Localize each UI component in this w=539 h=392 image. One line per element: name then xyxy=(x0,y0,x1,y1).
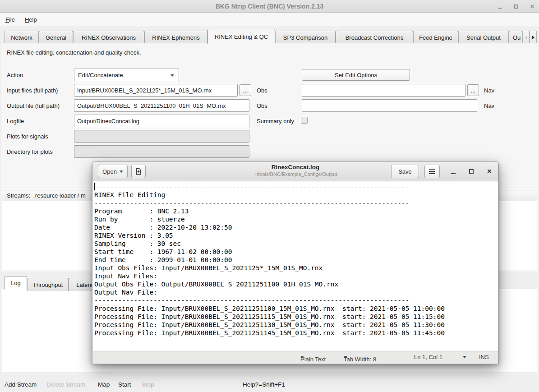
plots-for-signals-field xyxy=(74,130,249,143)
close-icon[interactable]: × xyxy=(529,3,535,9)
directory-for-plots-label: Directory for plots xyxy=(7,148,53,155)
editor-status-bar: Plain Text Tab Width: 8 Ln 1, Col 1 INS xyxy=(93,351,498,363)
stop-button[interactable]: Stop xyxy=(142,381,154,388)
input-nav-label: Nav xyxy=(484,87,494,94)
bnc-application-window: BKG Ntrip Client (BNC) Version 2.13 × Fi… xyxy=(0,0,539,392)
maximize-icon[interactable] xyxy=(513,3,519,9)
new-document-icon xyxy=(135,168,142,175)
input-files-label: Input files (full path) xyxy=(7,87,58,94)
set-edit-options-button[interactable]: Set Edit Options xyxy=(302,69,410,81)
help-shortcut-label: Help?=Shift+F1 xyxy=(243,381,285,388)
action-label: Action xyxy=(7,72,23,78)
output-obs-label: Obs xyxy=(257,102,267,109)
editor-header-bar: Open RinexConcat.log ~/tools/BNC/Example… xyxy=(92,161,498,181)
open-button[interactable]: Open xyxy=(98,165,128,178)
editor-maximize-icon[interactable] xyxy=(465,165,478,178)
input-files-field[interactable]: Input/BRUX00BEL_S_2021125*_15M_01S_MO.rn… xyxy=(74,84,238,97)
chevron-down-icon xyxy=(170,74,174,77)
window-title: BKG Ntrip Client (BNC) Version 2.13 xyxy=(216,3,324,10)
tab-sp3-comparison[interactable]: SP3 Comparison xyxy=(275,31,336,44)
tab-rinex-ephemeris[interactable]: RINEX Ephemeris xyxy=(144,31,207,44)
logfile-field[interactable]: Output/RinexConcat.log xyxy=(74,115,249,127)
panel-description: RINEX file editing, concatenation and qu… xyxy=(7,49,141,56)
input-nav-browse-button[interactable]: ... xyxy=(467,84,479,96)
tab-broadcast-corrections[interactable]: Broadcast Corrections xyxy=(336,31,413,44)
menu-file[interactable]: File xyxy=(4,15,17,24)
tab-scroll-right-icon[interactable] xyxy=(530,31,537,44)
action-dropdown[interactable]: Edit/Concatenate xyxy=(74,69,179,81)
editor-document-path: ~/tools/BNC/Example_Configs/Output xyxy=(228,171,363,177)
save-button[interactable]: Save xyxy=(391,165,419,178)
summary-only-checkbox[interactable] xyxy=(301,117,308,124)
input-files-browse-button[interactable]: ... xyxy=(240,84,251,96)
text-cursor xyxy=(94,183,95,190)
title-bar: BKG Ntrip Client (BNC) Version 2.13 × xyxy=(0,0,539,13)
main-tab-bar: Network General RINEX Observations RINEX… xyxy=(0,28,539,43)
tab-serial-output[interactable]: Serial Output xyxy=(458,31,509,44)
action-value: Edit/Concatenate xyxy=(78,72,123,78)
minimize-icon[interactable] xyxy=(497,3,503,9)
editor-close-icon[interactable]: × xyxy=(483,165,496,178)
cursor-position-label: Ln 1, Col 1 xyxy=(414,354,442,360)
output-file-label: Output file (full path) xyxy=(7,102,60,109)
menu-help[interactable]: Help xyxy=(23,15,39,24)
map-button[interactable]: Map xyxy=(98,381,110,388)
new-document-button[interactable] xyxy=(131,165,146,178)
tab-feed-engine[interactable]: Feed Engine xyxy=(413,31,458,44)
tab-throughput[interactable]: Throughput xyxy=(27,278,69,291)
tab-log[interactable]: Log xyxy=(5,276,27,290)
menu-bar: File Help xyxy=(0,13,539,26)
editor-minimize-icon[interactable] xyxy=(447,165,460,178)
summary-only-label: Summary only xyxy=(257,118,294,125)
directory-for-plots-field xyxy=(74,145,249,158)
delete-stream-button[interactable]: Delete Stream xyxy=(46,381,85,388)
chevron-down-icon xyxy=(120,171,123,173)
output-nav-label: Nav xyxy=(484,102,494,109)
tab-outages-truncated[interactable]: Ou xyxy=(509,31,522,44)
output-nav-file-field[interactable] xyxy=(302,99,477,112)
hamburger-menu-button[interactable] xyxy=(424,165,440,178)
hamburger-icon xyxy=(429,169,435,174)
editor-document-title: RinexConcat.log xyxy=(228,164,363,171)
tab-network[interactable]: Network xyxy=(5,31,39,44)
tab-scroll-left-icon[interactable] xyxy=(522,31,530,44)
tab-general[interactable]: General xyxy=(39,31,73,44)
text-editor-window: Open RinexConcat.log ~/tools/BNC/Example… xyxy=(92,161,499,364)
insert-mode-label: INS xyxy=(479,354,489,360)
start-button[interactable]: Start xyxy=(118,381,131,388)
plots-for-signals-label: Plots for signals xyxy=(7,133,48,140)
tab-rinex-editing-qc[interactable]: RINEX Editing & QC xyxy=(207,29,275,44)
output-file-field[interactable]: Output/BRUX00BEL_S_20211251100_01H_01S_M… xyxy=(74,99,249,112)
input-obs-label: Obs xyxy=(257,87,267,94)
tab-rinex-observations[interactable]: RINEX Observations xyxy=(73,31,144,44)
editor-text-content[interactable]: ----------------------------------------… xyxy=(93,182,498,351)
logfile-label: Logfile xyxy=(7,118,24,125)
input-nav-files-field[interactable] xyxy=(302,84,465,97)
add-stream-button[interactable]: Add Stream xyxy=(5,381,37,388)
